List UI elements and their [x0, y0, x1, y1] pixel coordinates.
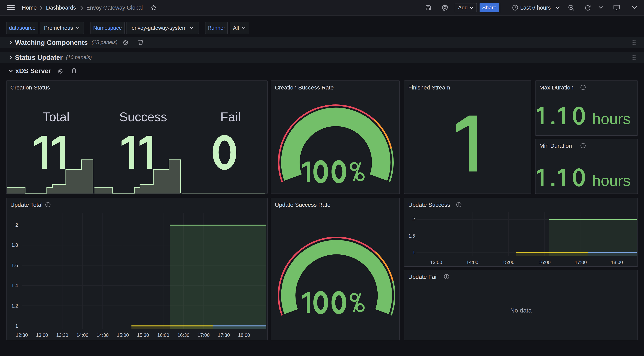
- svg-text:17:30: 17:30: [218, 332, 230, 338]
- svg-text:2: 2: [15, 222, 18, 228]
- svg-text:14:00: 14:00: [76, 332, 88, 338]
- svg-text:1.6: 1.6: [11, 263, 18, 268]
- svg-text:18:00: 18:00: [238, 332, 250, 338]
- svg-text:15:00: 15:00: [117, 332, 129, 338]
- svg-text:1: 1: [412, 250, 415, 255]
- svg-text:12:30: 12:30: [16, 332, 28, 338]
- svg-text:13:00: 13:00: [36, 332, 48, 338]
- svg-text:14:30: 14:30: [96, 332, 109, 338]
- svg-text:1.8: 1.8: [11, 242, 18, 248]
- svg-text:2: 2: [412, 217, 415, 222]
- svg-text:13:00: 13:00: [430, 260, 442, 265]
- svg-text:16:30: 16:30: [178, 332, 190, 338]
- svg-text:16:00: 16:00: [157, 332, 169, 338]
- svg-text:hours: hours: [592, 110, 630, 128]
- svg-text:17:00: 17:00: [198, 332, 210, 338]
- svg-text:1.4: 1.4: [11, 283, 18, 288]
- svg-text:15:00: 15:00: [502, 260, 514, 265]
- svg-text:13:30: 13:30: [56, 332, 68, 338]
- svg-text:1.2: 1.2: [11, 303, 18, 308]
- svg-text:16:00: 16:00: [538, 260, 551, 265]
- svg-text:1: 1: [15, 323, 18, 328]
- svg-text:15:30: 15:30: [137, 332, 149, 338]
- svg-text:17:00: 17:00: [575, 260, 587, 265]
- svg-text:1.5: 1.5: [408, 233, 415, 238]
- svg-text:18:00: 18:00: [611, 260, 623, 265]
- svg-text:14:00: 14:00: [466, 260, 478, 265]
- svg-text:hours: hours: [592, 172, 630, 189]
